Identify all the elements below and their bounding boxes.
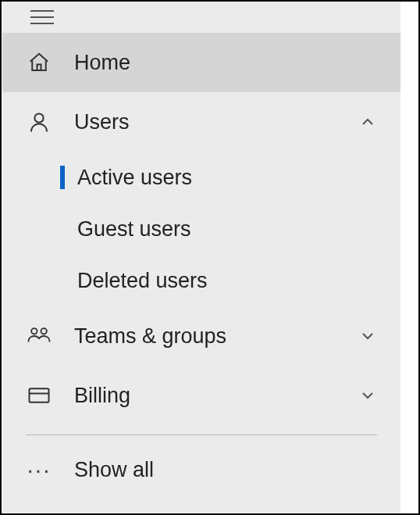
divider — [26, 435, 377, 435]
sidebar-item-label: Billing — [74, 384, 358, 408]
user-icon — [26, 109, 52, 135]
sidebar-item-label: Users — [74, 110, 358, 134]
sidebar-subitem-label: Deleted users — [77, 269, 208, 293]
sidebar-subitem-active-users[interactable]: Active users — [2, 152, 400, 203]
sidebar-show-all[interactable]: ··· Show all — [2, 440, 400, 499]
svg-rect-6 — [30, 388, 49, 402]
sidebar-item-billing[interactable]: Billing — [2, 366, 400, 425]
sidebar-subitem-deleted-users[interactable]: Deleted users — [2, 255, 400, 306]
sidebar-item-users[interactable]: Users — [2, 92, 400, 152]
sidebar-subitem-guest-users[interactable]: Guest users — [2, 203, 400, 255]
ellipsis-icon: ··· — [26, 458, 52, 481]
sidebar-item-teams-groups[interactable]: Teams & groups — [2, 306, 400, 366]
hamburger-menu-button[interactable] — [2, 2, 400, 33]
svg-point-3 — [34, 113, 43, 122]
sidebar-subitem-label: Guest users — [77, 217, 191, 241]
sidebar-item-home[interactable]: Home — [2, 33, 400, 92]
hamburger-icon — [30, 9, 54, 25]
sidebar-panel: Home Users Active users Guest users Dele… — [2, 2, 400, 513]
billing-icon — [26, 382, 52, 409]
svg-point-5 — [41, 328, 46, 334]
chevron-down-icon — [358, 386, 377, 405]
home-icon — [26, 49, 52, 76]
svg-point-4 — [31, 328, 37, 334]
sidebar-show-all-label: Show all — [74, 458, 400, 482]
chevron-down-icon — [358, 327, 377, 345]
teams-icon — [26, 323, 52, 349]
chevron-up-icon — [358, 113, 377, 131]
sidebar-item-label: Teams & groups — [74, 324, 358, 349]
sidebar-item-label: Home — [74, 51, 377, 75]
sidebar-subitem-label: Active users — [77, 166, 192, 190]
